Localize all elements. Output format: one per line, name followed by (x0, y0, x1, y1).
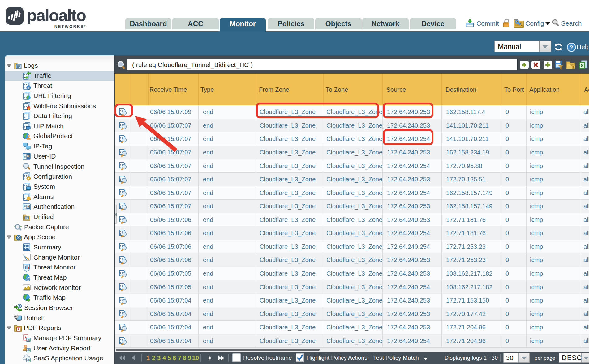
svg-text:x: x (28, 86, 29, 90)
svg-text:x: x (28, 278, 30, 281)
svg-text:?: ? (570, 44, 573, 51)
